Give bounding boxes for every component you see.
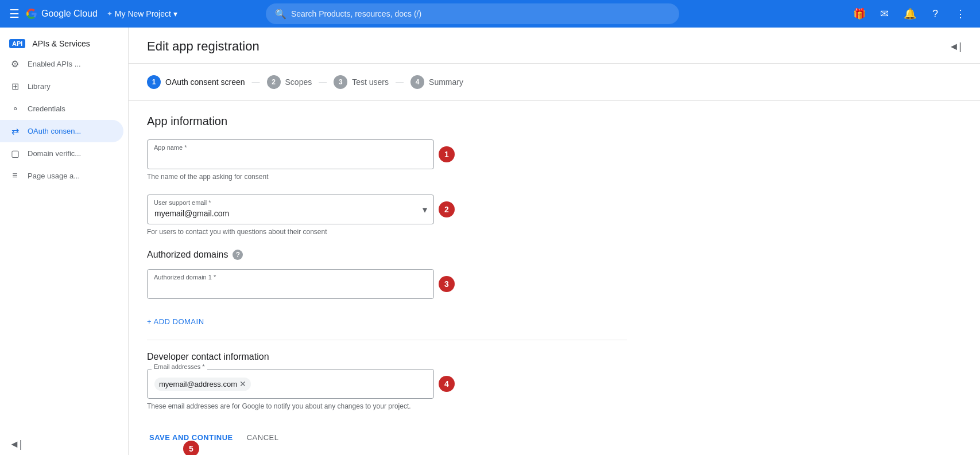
step-3: 3 Test users: [334, 75, 389, 89]
layout: API APIs & Services ⚙ Enabled APIs ... ⊞…: [0, 28, 980, 455]
search-bar[interactable]: 🔍 Search Products, resources, docs (/): [266, 3, 679, 24]
step-3-circle: 3: [334, 75, 347, 89]
authorized-domains-title: Authorized domains: [147, 250, 228, 260]
annotation-4: 4: [439, 376, 455, 392]
sidebar-item-label: Enabled APIs ...: [28, 60, 81, 68]
authorized-domain-input[interactable]: [147, 269, 434, 299]
mail-icon-btn[interactable]: ✉: [874, 3, 895, 24]
add-domain-button[interactable]: + ADD DOMAIN: [147, 313, 204, 330]
collapse-btn[interactable]: ◄|: [949, 41, 962, 53]
page-icon: ≡: [9, 170, 21, 181]
stepper: 1 OAuth consent screen — 2 Scopes — 3 Te…: [129, 64, 980, 101]
bottom-collapse-btn[interactable]: ◄|: [0, 434, 32, 455]
more-icon-btn[interactable]: ⋮: [950, 3, 971, 24]
authorized-domains-header: Authorized domains ?: [147, 250, 627, 260]
api-badge: API: [9, 39, 25, 48]
search-icon: 🔍: [275, 9, 286, 20]
sidebar-item-oauth-consent[interactable]: ⇄ OAuth consen...: [0, 120, 123, 142]
sidebar-item-label: OAuth consen...: [28, 127, 81, 135]
email-chip-text: myemail@address.com: [159, 380, 237, 388]
step-2-circle: 2: [267, 75, 281, 89]
top-nav: ☰ Google Cloud ✦ My New Project ▾ 🔍 Sear…: [0, 0, 980, 28]
project-selector[interactable]: ✦ My New Project ▾: [107, 9, 177, 18]
step-4-label: Summary: [429, 77, 463, 87]
project-dropdown-icon: ▾: [173, 9, 177, 18]
sidebar-item-label: Page usage a...: [28, 172, 80, 180]
search-placeholder: Search Products, resources, docs (/): [291, 9, 421, 18]
step-divider-2: —: [319, 77, 327, 87]
sidebar: API APIs & Services ⚙ Enabled APIs ... ⊞…: [0, 28, 129, 455]
section-divider: [147, 340, 627, 340]
bell-icon-btn[interactable]: 🔔: [900, 3, 920, 24]
step-1: 1 OAuth consent screen: [147, 75, 245, 89]
developer-title: Developer contact information: [147, 352, 627, 362]
user-support-email-wrapper: User support email * myemail@gmail.com ▾…: [147, 195, 434, 224]
logo-text: Google Cloud: [41, 9, 98, 19]
step-divider-3: —: [396, 77, 404, 87]
annotation-1: 1: [439, 146, 455, 162]
sidebar-item-enabled-apis[interactable]: ⚙ Enabled APIs ...: [0, 53, 123, 75]
email-hint: These email addresses are for Google to …: [147, 402, 627, 410]
help-icon[interactable]: ?: [233, 250, 243, 260]
sidebar-title: APIs & Services: [32, 39, 90, 48]
step-2-label: Scopes: [285, 77, 312, 87]
annotation-3: 3: [439, 276, 455, 292]
authorized-domain-field-group: Authorized domain 1 * 3: [147, 269, 627, 299]
user-support-email-field-group: User support email * myemail@gmail.com ▾…: [147, 195, 627, 236]
sidebar-item-library[interactable]: ⊞ Library: [0, 75, 123, 98]
sidebar-item-label: Library: [28, 82, 51, 91]
action-buttons: SAVE AND CONTINUE 5 CANCEL: [147, 429, 627, 455]
app-name-input[interactable]: [147, 139, 434, 169]
annotation-5: 5: [183, 441, 199, 455]
annotation-2: 2: [439, 201, 455, 217]
email-chip-remove-icon[interactable]: ✕: [239, 380, 246, 388]
step-4-circle: 4: [410, 75, 424, 89]
step-1-circle: 1: [147, 75, 161, 89]
sidebar-item-domain-verif[interactable]: ▢ Domain verific...: [0, 142, 123, 165]
app-name-input-wrapper: App name * 1: [147, 139, 434, 169]
project-name: My New Project: [115, 9, 171, 18]
sidebar-item-page-usage[interactable]: ≡ Page usage a...: [0, 165, 123, 186]
library-icon: ⊞: [9, 81, 21, 92]
cancel-button[interactable]: CANCEL: [245, 429, 281, 446]
email-addresses-box[interactable]: Email addresses * myemail@address.com ✕: [147, 369, 434, 399]
email-chip: myemail@address.com ✕: [154, 378, 251, 391]
email-addresses-label: Email addresses *: [152, 363, 207, 370]
email-addresses-wrapper: Email addresses * myemail@address.com ✕ …: [147, 369, 434, 399]
gift-icon-btn[interactable]: 🎁: [849, 3, 870, 24]
step-1-label: OAuth consent screen: [165, 77, 245, 87]
user-support-email-hint: For users to contact you with questions …: [147, 228, 627, 236]
sidebar-header: API APIs & Services: [0, 32, 128, 53]
domain-icon: ▢: [9, 148, 21, 159]
app-name-hint: The name of the app asking for consent: [147, 173, 627, 181]
main-content: Edit app registration ◄| 1 OAuth consent…: [129, 28, 980, 455]
save-btn-wrapper: SAVE AND CONTINUE 5: [147, 429, 235, 446]
app-info-title: App information: [147, 115, 627, 128]
page-header: Edit app registration ◄|: [129, 28, 980, 64]
step-4: 4 Summary: [410, 75, 463, 89]
step-divider-1: —: [252, 77, 260, 87]
key-icon: ⚬: [9, 103, 21, 114]
google-cloud-logo: Google Cloud: [26, 9, 98, 19]
oauth-icon: ⇄: [9, 126, 21, 137]
page-title: Edit app registration: [147, 39, 259, 54]
bottom-collapse-icon: ◄|: [9, 438, 22, 450]
step-3-label: Test users: [352, 77, 389, 87]
top-nav-actions: 🎁 ✉ 🔔 ? ⋮: [849, 3, 971, 24]
settings-icon: ⚙: [9, 59, 21, 69]
sidebar-item-credentials[interactable]: ⚬ Credentials: [0, 98, 123, 120]
developer-section: Developer contact information Email addr…: [147, 340, 627, 410]
app-name-field-group: App name * 1 The name of the app asking …: [147, 139, 627, 181]
menu-icon[interactable]: ☰: [9, 7, 20, 21]
email-addresses-field-group: Email addresses * myemail@address.com ✕ …: [147, 369, 627, 410]
authorized-domain-wrapper: Authorized domain 1 * 3: [147, 269, 434, 299]
user-support-email-select[interactable]: myemail@gmail.com: [147, 195, 434, 224]
help-icon-btn[interactable]: ?: [925, 3, 946, 24]
form-content: App information App name * 1 The name of…: [129, 101, 645, 455]
sidebar-item-label: Domain verific...: [28, 149, 81, 158]
sidebar-item-label: Credentials: [28, 104, 65, 113]
step-2: 2 Scopes: [267, 75, 312, 89]
